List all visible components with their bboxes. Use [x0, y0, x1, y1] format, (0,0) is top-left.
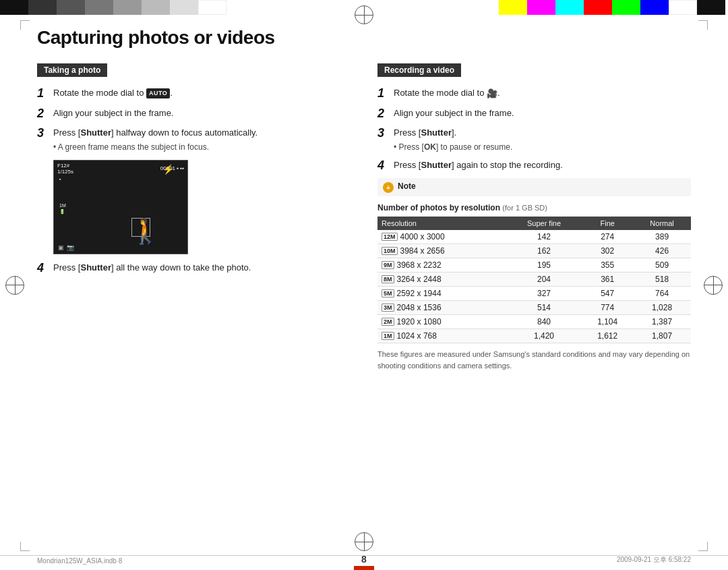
table-cell-n: 1,387	[633, 315, 691, 329]
step-4-take: 4 Press [Shutter] all the way down to ta…	[37, 261, 351, 276]
step-2-rec-text: Align your subject in the frame.	[394, 107, 514, 120]
corner-mark-tr	[698, 20, 708, 30]
step-3-rec-text: Press [Shutter]. • Press [OK] to pause o…	[394, 126, 512, 153]
page-title: Capturing photos or videos	[37, 27, 691, 49]
step-1-text: Rotate the mode dial to AUTO.	[53, 86, 173, 100]
table-cell-f: 302	[582, 244, 633, 258]
table-cell-sf: 162	[506, 244, 582, 258]
step-3-sub: • A green frame means the subject in foc…	[53, 141, 257, 153]
table-cell-res: 1M 1024 x 768	[377, 329, 506, 343]
table-row: 8M 3264 x 2448 204 361 518	[377, 273, 691, 287]
bottom-bar	[0, 555, 728, 570]
vf-battery: 🔋	[59, 209, 66, 215]
note-box: + Note	[377, 178, 691, 196]
table-cell-res: 3M 2048 x 1536	[377, 301, 506, 315]
table-row: 5M 2592 x 1944 327 547 764	[377, 287, 691, 301]
note-label: Note	[398, 181, 416, 191]
table-cell-f: 547	[582, 287, 633, 301]
table-cell-sf: 840	[506, 315, 582, 329]
table-row: 10M 3984 x 2656 162 302 426	[377, 244, 691, 258]
table-cell-sf: 142	[506, 230, 582, 244]
step-3-rec-sub: • Press [OK] to pause or resume.	[394, 141, 512, 153]
table-row: 1M 1024 x 768 1,420 1,612 1,807	[377, 329, 691, 343]
vf-body: ▪ 1M 🔋	[54, 177, 187, 215]
table-cell-f: 274	[582, 230, 633, 244]
table-cell-n: 509	[633, 258, 691, 273]
table-cell-f: 1,104	[582, 315, 633, 329]
video-camera-icon: 🎥	[487, 87, 497, 101]
step-2-take: 2 Align your subject in the frame.	[37, 107, 351, 121]
left-column: Taking a photo 1 Rotate the mode dial to…	[37, 63, 351, 371]
taking-photo-header: Taking a photo	[37, 63, 107, 77]
table-cell-sf: 1,420	[506, 329, 582, 343]
col-fine: Fine	[582, 217, 633, 230]
step-4-text: Press [Shutter] all the way down to take…	[53, 261, 251, 275]
table-note: These figures are measured under Samsung…	[377, 349, 691, 371]
table-row: 2M 1920 x 1080 840 1,104 1,387	[377, 315, 691, 329]
page-content: Capturing photos or videos Taking a phot…	[37, 27, 691, 546]
vf-icon-2: 📷	[67, 244, 74, 251]
step-1-take: 1 Rotate the mode dial to AUTO.	[37, 86, 351, 101]
step-3-take: 3 Press [Shutter] halfway down to focus …	[37, 126, 351, 153]
step-1-rec: 1 Rotate the mode dial to 🎥.	[377, 86, 691, 101]
step-4-rec-text: Press [Shutter] again to stop the record…	[394, 159, 563, 172]
top-right-color-bars	[499, 0, 728, 15]
resolution-title-bold: Number of photos by resolution	[377, 203, 500, 212]
table-cell-sf: 327	[506, 287, 582, 301]
table-cell-n: 1,807	[633, 329, 691, 343]
step-3-rec: 3 Press [Shutter]. • Press [OK] to pause…	[377, 126, 691, 153]
table-cell-f: 1,612	[582, 329, 633, 343]
corner-mark-tl	[20, 20, 30, 30]
crosshair-top	[355, 5, 373, 24]
step-num-rec-2: 2	[377, 107, 390, 121]
table-cell-n: 426	[633, 244, 691, 258]
table-cell-n: 518	[633, 273, 691, 287]
table-cell-res: 10M 3984 x 2656	[377, 244, 506, 258]
vf-flash-icon: ⚡	[162, 164, 174, 175]
crosshair-left	[5, 276, 24, 295]
table-cell-res: 8M 3264 x 2448	[377, 273, 506, 287]
step-3-text: Press [Shutter] halfway down to focus au…	[53, 126, 257, 153]
col-superfine: Super fine	[506, 217, 582, 230]
resolution-sub: (for 1 GB SD)	[502, 204, 547, 212]
vf-aperture: F12#1/125s	[57, 163, 73, 175]
table-cell-f: 774	[582, 301, 633, 315]
vf-bottom-icons: ▣ 📷	[58, 244, 74, 251]
step-num-3: 3	[37, 126, 49, 141]
table-cell-res: 9M 3968 x 2232	[377, 258, 506, 273]
step-2-text: Align your subject in the frame.	[53, 107, 173, 120]
vf-person-silhouette: 🚶	[130, 219, 160, 244]
vf-left-info: ▪ 1M 🔋	[59, 177, 66, 215]
step-4-rec: 4 Press [Shutter] again to stop the reco…	[377, 159, 691, 173]
table-cell-f: 355	[582, 258, 633, 273]
table-cell-f: 361	[582, 273, 633, 287]
corner-mark-bl	[20, 542, 30, 551]
corner-mark-br	[698, 542, 708, 551]
two-column-layout: Taking a photo 1 Rotate the mode dial to…	[37, 63, 691, 371]
top-left-grayscale-bars	[0, 0, 229, 15]
table-cell-res: 5M 2592 x 1944	[377, 287, 506, 301]
table-row: 9M 3968 x 2232 195 355 509	[377, 258, 691, 273]
step-1-rec-text: Rotate the mode dial to 🎥.	[394, 86, 500, 100]
table-cell-sf: 514	[506, 301, 582, 315]
recording-steps: 1 Rotate the mode dial to 🎥. 2 Align you…	[377, 86, 691, 173]
step-num-rec-1: 1	[377, 86, 390, 101]
step-num-1: 1	[37, 86, 49, 101]
table-cell-res: 12M 4000 x 3000	[377, 230, 506, 244]
table-row: 3M 2048 x 1536 514 774 1,028	[377, 301, 691, 315]
table-cell-sf: 195	[506, 258, 582, 273]
table-cell-n: 1,028	[633, 301, 691, 315]
resolution-title: Number of photos by resolution (for 1 GB…	[377, 203, 691, 212]
vf-icon-1: ▣	[58, 244, 64, 251]
table-cell-res: 2M 1920 x 1080	[377, 315, 506, 329]
step-num-2: 2	[37, 107, 49, 121]
recording-video-header: Recording a video	[377, 63, 461, 77]
vf-mode: ▪	[59, 177, 66, 181]
table-header-row: Resolution Super fine Fine Normal	[377, 217, 691, 230]
right-column: Recording a video 1 Rotate the mode dial…	[377, 63, 691, 371]
taking-photo-steps: 1 Rotate the mode dial to AUTO. 2 Align …	[37, 86, 351, 153]
crosshair-right	[704, 276, 723, 295]
step-num-rec-4: 4	[377, 159, 390, 173]
step-num-rec-3: 3	[377, 126, 390, 141]
table-cell-n: 389	[633, 230, 691, 244]
